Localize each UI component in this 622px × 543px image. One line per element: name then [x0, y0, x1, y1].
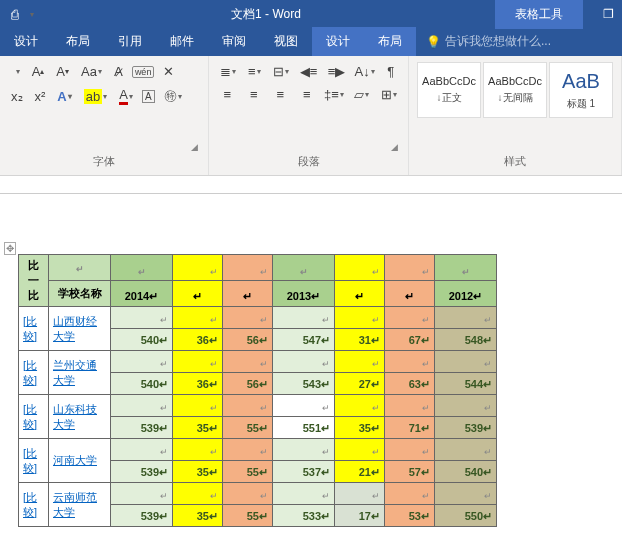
data-cell[interactable]: 71↵: [385, 417, 435, 439]
data-cell[interactable]: 35↵: [173, 417, 223, 439]
corner-cell[interactable]: 比一比: [19, 255, 49, 307]
cell-top[interactable]: ↵: [173, 351, 223, 373]
cell-top[interactable]: ↵: [335, 483, 385, 505]
tab-references[interactable]: 引用: [104, 27, 156, 56]
cell-top[interactable]: ↵: [173, 439, 223, 461]
font-dialog-launcher[interactable]: ◢: [8, 142, 200, 152]
preview-icon[interactable]: ⎙: [8, 5, 22, 24]
change-case-button[interactable]: Aa: [78, 62, 105, 81]
data-cell[interactable]: 550↵: [435, 505, 497, 527]
data-cell[interactable]: 63↵: [385, 373, 435, 395]
cell-top[interactable]: ↵: [335, 307, 385, 329]
cell-top[interactable]: ↵: [111, 439, 173, 461]
tab-design[interactable]: 设计: [0, 27, 52, 56]
school-name[interactable]: 兰州交通大学: [49, 351, 111, 395]
cell-top[interactable]: ↵: [385, 395, 435, 417]
data-cell[interactable]: 539↵: [111, 417, 173, 439]
bullets-icon[interactable]: ≣: [217, 62, 239, 81]
increase-indent-icon[interactable]: ≡▶: [326, 62, 348, 81]
header-spacer[interactable]: ↵: [49, 255, 111, 281]
data-cell[interactable]: 35↵: [335, 417, 385, 439]
numbering-icon[interactable]: ≡: [245, 62, 264, 81]
superscript-button[interactable]: x²: [32, 87, 49, 106]
data-cell[interactable]: 539↵: [111, 505, 173, 527]
tab-mailings[interactable]: 邮件: [156, 27, 208, 56]
school-name[interactable]: 云南师范大学: [49, 483, 111, 527]
cell-top[interactable]: ↵: [385, 351, 435, 373]
header-spacer[interactable]: ↵: [385, 255, 435, 281]
data-cell[interactable]: 27↵: [335, 373, 385, 395]
cell-top[interactable]: ↵: [223, 439, 273, 461]
justify-icon[interactable]: ≡: [297, 85, 318, 104]
cell-top[interactable]: ↵: [435, 483, 497, 505]
tab-view[interactable]: 视图: [260, 27, 312, 56]
cell-top[interactable]: ↵: [273, 395, 335, 417]
data-cell[interactable]: 539↵: [111, 461, 173, 483]
cell-top[interactable]: ↵: [223, 307, 273, 329]
cell-top[interactable]: ↵: [335, 351, 385, 373]
window-restore-icon[interactable]: ❐: [603, 7, 614, 21]
cell-top[interactable]: ↵: [385, 483, 435, 505]
subscript-button[interactable]: x₂: [8, 87, 26, 106]
cell-top[interactable]: ↵: [335, 439, 385, 461]
cell-top[interactable]: ↵: [223, 483, 273, 505]
font-color-icon[interactable]: A: [116, 85, 136, 107]
cell-top[interactable]: ↵: [173, 395, 223, 417]
style-item[interactable]: AaBbCcDc↓无间隔: [483, 62, 547, 118]
cell-top[interactable]: ↵: [385, 439, 435, 461]
tab-layout[interactable]: 布局: [52, 27, 104, 56]
cell-top[interactable]: ↵: [273, 483, 335, 505]
data-cell[interactable]: 551↵: [273, 417, 335, 439]
column-header[interactable]: 学校名称: [49, 281, 111, 307]
column-header[interactable]: ↵: [335, 281, 385, 307]
data-cell[interactable]: 533↵: [273, 505, 335, 527]
cell-top[interactable]: ↵: [273, 307, 335, 329]
cell-top[interactable]: ↵: [273, 351, 335, 373]
compare-link[interactable]: [比较]: [19, 351, 49, 395]
data-cell[interactable]: 53↵: [385, 505, 435, 527]
table-move-handle-icon[interactable]: ✥: [4, 242, 16, 255]
show-marks-icon[interactable]: ¶: [382, 62, 400, 81]
tab-tt-layout[interactable]: 布局: [364, 27, 416, 56]
grow-font-icon[interactable]: A▴: [29, 62, 48, 81]
data-cell[interactable]: 36↵: [173, 373, 223, 395]
column-header[interactable]: 2013↵: [273, 281, 335, 307]
align-center-icon[interactable]: ≡: [244, 85, 265, 104]
data-cell[interactable]: 21↵: [335, 461, 385, 483]
qat-dropdown[interactable]: [26, 8, 37, 21]
compare-link[interactable]: [比较]: [19, 307, 49, 351]
style-item[interactable]: AaB标题 1: [549, 62, 613, 118]
compare-link[interactable]: [比较]: [19, 483, 49, 527]
clear-format-icon[interactable]: A̷: [111, 62, 126, 81]
header-spacer[interactable]: ↵: [273, 255, 335, 281]
shrink-font-icon[interactable]: A▾: [53, 62, 72, 81]
cell-top[interactable]: ↵: [273, 439, 335, 461]
cell-top[interactable]: ↵: [173, 307, 223, 329]
multilevel-icon[interactable]: ⊟: [270, 62, 292, 81]
data-cell[interactable]: 544↵: [435, 373, 497, 395]
horizontal-ruler[interactable]: [0, 176, 622, 194]
data-cell[interactable]: 17↵: [335, 505, 385, 527]
column-header[interactable]: 2014↵: [111, 281, 173, 307]
school-name[interactable]: 山西财经大学: [49, 307, 111, 351]
cell-top[interactable]: ↵: [173, 483, 223, 505]
data-cell[interactable]: 539↵: [435, 417, 497, 439]
header-spacer[interactable]: ↵: [111, 255, 173, 281]
cell-top[interactable]: ↵: [435, 307, 497, 329]
column-header[interactable]: ↵: [173, 281, 223, 307]
tab-review[interactable]: 审阅: [208, 27, 260, 56]
compare-link[interactable]: [比较]: [19, 395, 49, 439]
cell-top[interactable]: ↵: [111, 351, 173, 373]
document-area[interactable]: ✥ 比一比↵↵↵↵↵↵↵↵学校名称2014↵↵↵2013↵↵↵2012↵[比较]…: [0, 194, 622, 527]
sort-icon[interactable]: A↓: [354, 62, 376, 81]
style-item[interactable]: AaBbCcDc↓正文: [417, 62, 481, 118]
char-border-icon[interactable]: ✕: [160, 62, 177, 81]
paragraph-dialog-launcher[interactable]: ◢: [217, 142, 400, 152]
data-cell[interactable]: 540↵: [111, 329, 173, 351]
align-right-icon[interactable]: ≡: [270, 85, 291, 104]
header-spacer[interactable]: ↵: [173, 255, 223, 281]
data-cell[interactable]: 537↵: [273, 461, 335, 483]
text-effects-icon[interactable]: A: [54, 87, 74, 106]
column-header[interactable]: 2012↵: [435, 281, 497, 307]
styles-gallery[interactable]: AaBbCcDc↓正文AaBbCcDc↓无间隔AaB标题 1: [417, 62, 613, 118]
